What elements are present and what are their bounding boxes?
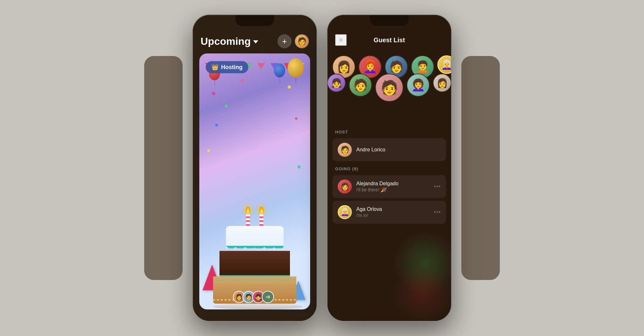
candle-body-1 — [246, 214, 250, 226]
confetti-2 — [225, 105, 227, 107]
event-image: 👑 Hosting 👩 🧑 👧 +8 — [199, 53, 310, 309]
confetti-3 — [288, 85, 291, 89]
cluster-avatar-9: 👩‍🦱 — [407, 74, 430, 97]
host-row: 🧑 Andre Lorico — [333, 138, 446, 161]
guest-info-2: Aga Orlova I'm in! — [356, 206, 429, 218]
guest-info-1: Alejandra Delgado I'll be there! 🎉 — [356, 181, 429, 192]
guest-name-1: Alejandra Delgado — [356, 181, 429, 187]
red-glow — [393, 263, 451, 321]
phone-upcoming: Upcoming + 🧑 — [192, 14, 317, 322]
add-event-button[interactable]: + — [277, 34, 292, 48]
confetti-6 — [241, 79, 244, 82]
candle-flame-2 — [259, 207, 264, 214]
host-avatar: 🧑 — [338, 143, 352, 157]
cluster-avatar-10: 👩 — [433, 74, 451, 92]
avatar-row-2: 👧 🧑 🧑 👩‍🦱 👩 — [334, 74, 445, 102]
confetti-7 — [207, 149, 210, 152]
confetti-1 — [212, 92, 215, 95]
event-bottom-avatars: 👩 🧑 👧 +8 — [235, 291, 274, 303]
guest-more-2[interactable]: ••• — [434, 209, 441, 216]
guest-row-2: 👩‍🦳 Aga Orlova I'm in! ••• — [333, 201, 446, 224]
main-scene: Upcoming + 🧑 — [0, 0, 644, 336]
candle-body-2 — [260, 214, 263, 226]
balloon-gold — [288, 58, 304, 77]
guest-avatar-1: 👩 — [338, 180, 352, 194]
cake-top-tier — [226, 226, 284, 248]
hosting-badge: 👑 Hosting — [206, 61, 248, 73]
cake-plate — [213, 304, 303, 309]
host-section-label: HOST — [327, 126, 451, 137]
guest-avatar-2: 👩‍🦳 — [338, 205, 352, 219]
upcoming-title-text: Upcoming — [201, 36, 251, 47]
close-icon: × — [339, 36, 343, 44]
confetti-4 — [295, 117, 297, 120]
guest-name-2: Aga Orlova — [356, 206, 429, 212]
cluster-avatar-5: 👩‍🦳 — [437, 55, 451, 74]
close-button[interactable]: × — [335, 34, 347, 46]
balloon-group — [274, 58, 304, 77]
going-section-label: GOING (9) — [327, 163, 451, 174]
guest-thumb-more: +8 — [262, 291, 274, 303]
phone1-header: Upcoming + 🧑 — [193, 15, 317, 53]
avatar-cluster: 👩 👩‍🦰 🧑 🧑‍🦱 👩‍🦳 👧 🧑 🧑 👩‍🦱 — [327, 52, 451, 126]
hosting-label: Hosting — [221, 64, 243, 71]
guest-status-1: I'll be there! 🎉 — [356, 187, 429, 192]
green-glow — [393, 231, 451, 295]
host-name: Andre Lorico — [356, 147, 441, 153]
guest-more-1[interactable]: ••• — [434, 183, 441, 190]
chevron-down-icon — [253, 40, 258, 44]
plus-icon: + — [282, 36, 287, 46]
candle-flame-1 — [246, 207, 250, 214]
guest-row-1: 👩 Alejandra Delgado I'll be there! 🎉 ••• — [333, 175, 446, 198]
right-partial-phone — [461, 56, 500, 280]
candle-1 — [246, 207, 250, 226]
candle-group — [213, 207, 296, 226]
teal-drip-svg — [226, 246, 284, 248]
phone2-header: × Guest List — [327, 15, 451, 52]
flag-5 — [257, 63, 265, 69]
confetti-5 — [215, 124, 218, 126]
guest-list-title: Guest List — [374, 36, 405, 44]
guest-status-2: I'm in! — [356, 213, 429, 218]
balloon-blue — [274, 63, 285, 77]
cluster-avatar-6: 👧 — [327, 74, 346, 92]
upcoming-title-group: Upcoming — [201, 36, 258, 47]
event-card[interactable]: 👑 Hosting 👩 🧑 👧 +8 — [199, 53, 310, 309]
cluster-avatar-8: 🧑 — [375, 74, 403, 102]
cake-mid-tier — [219, 251, 290, 276]
left-partial-phone — [144, 56, 183, 280]
crown-icon: 👑 — [211, 64, 219, 71]
candle-2 — [260, 207, 263, 226]
phone-guestlist: × Guest List 👩 👩‍🦰 🧑 🧑‍🦱 � — [327, 14, 452, 322]
host-info: Andre Lorico — [356, 147, 441, 153]
confetti-8 — [298, 165, 301, 168]
header-actions: + 🧑 — [277, 34, 309, 48]
user-avatar[interactable]: 🧑 — [295, 34, 309, 48]
cluster-avatar-7: 🧑 — [349, 74, 372, 97]
